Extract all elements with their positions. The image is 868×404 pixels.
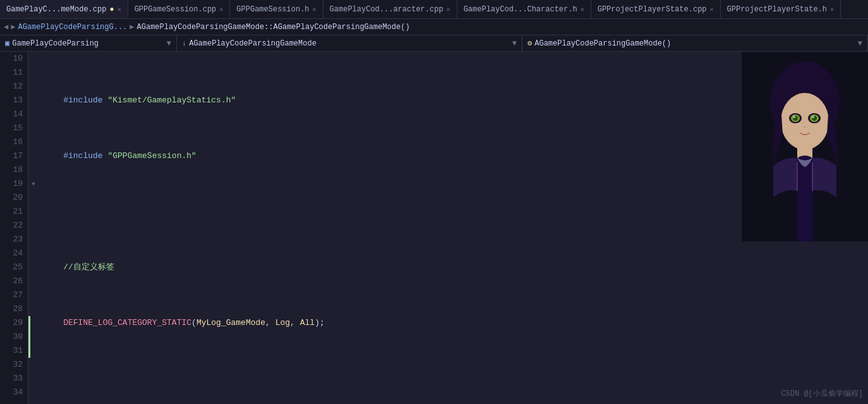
gutter-27 [28, 288, 39, 302]
svg-point-10 [812, 116, 814, 118]
tab-gameplaycpp[interactable]: GamePlayC...meMode.cpp ● ✕ [0, 0, 128, 19]
svg-point-2 [781, 93, 829, 150]
ln-34: 34 [5, 386, 23, 400]
code-line-12 [44, 205, 863, 219]
method-dropdown[interactable]: ⚙ AGamePlayCodeParsingGameMode() ▼ [522, 35, 868, 52]
tab-gameplaycharacter-h[interactable]: GamePlayCod...Character.h ✕ [457, 0, 591, 19]
tab-gpprojectplayerstate-h-close[interactable]: ✕ [830, 6, 834, 13]
ln-32: 32 [5, 358, 23, 372]
tab-gppsession-cpp[interactable]: GPPGameSession.cpp ✕ [128, 0, 231, 19]
ln-19: 19 [5, 177, 23, 191]
line-numbers: 10 11 12 13 14 15 16 17 18 19 20 21 22 2… [0, 52, 28, 404]
ln-10: 10 [5, 52, 23, 66]
method-label: AGamePlayCodeParsingGameMode() [534, 39, 671, 48]
gutter-10 [28, 52, 39, 66]
class-dropdown[interactable]: ↓ AGamePlayCodeParsingGameMode ▼ [177, 35, 522, 52]
breadcrumb-separator: ▶ [130, 22, 134, 32]
gutter-17 [28, 149, 39, 163]
tab-gppsession-h[interactable]: GPPGameSession.h ✕ [230, 0, 323, 19]
gutter-15 [28, 121, 39, 135]
ln-33: 33 [5, 372, 23, 386]
ln-22: 22 [5, 219, 23, 233]
file-icon: ▣ [5, 39, 9, 48]
gutter-24 [28, 247, 39, 260]
gutter-32 [28, 358, 39, 372]
gutter-16 [28, 135, 39, 149]
ln-30: 30 [5, 330, 23, 344]
tab-gpprojectplayerstate-cpp-label: GPProjectPlayerState.cpp [598, 5, 707, 14]
ln-17: 17 [5, 149, 23, 163]
tab-gameplaycharacter-h-close[interactable]: ✕ [581, 6, 584, 13]
gutter-12 [28, 80, 39, 94]
tab-gameplaycpp-close[interactable]: ✕ [118, 6, 121, 13]
code-line-13: //自定义标签 [44, 260, 863, 274]
gutter-33 [28, 372, 39, 386]
class-dropdown-arrow: ▼ [512, 39, 517, 48]
ln-26: 26 [5, 274, 23, 288]
tab-gameplaycharacter-cpp-close[interactable]: ✕ [447, 6, 450, 13]
tab-gpprojectplayerstate-cpp-close[interactable]: ✕ [710, 6, 714, 13]
ln-21: 21 [5, 205, 23, 219]
tab-gameplaycharacter-h-label: GamePlayCod...Character.h [464, 5, 577, 14]
gutter-34 [28, 386, 39, 400]
gutter-22 [28, 219, 39, 233]
nav-back-icon[interactable]: ◀ [4, 22, 8, 32]
scope-dropdown-arrow: ▼ [167, 39, 171, 48]
nav-forward-icon[interactable]: ▶ [11, 22, 15, 32]
tab-modified-dot: ● [109, 5, 114, 14]
ln-29: 29 [5, 316, 23, 330]
watermark-text: CSDN @[小瓜偷学编程] [781, 389, 863, 398]
gutter-23 [28, 233, 39, 247]
scope-label: GamePlayCodeParsing [12, 39, 99, 48]
gutter-25 [28, 260, 39, 274]
scope-dropdown[interactable]: ▣ GamePlayCodeParsing ▼ [0, 35, 177, 52]
code-line-15 [44, 372, 863, 386]
tab-gpprojectplayerstate-h-label: GPProjectPlayerState.h [727, 5, 827, 14]
gutter-19: ▼ [28, 177, 39, 191]
tab-gppsession-h-label: GPPGameSession.h [236, 5, 309, 14]
gutter-13 [28, 94, 39, 107]
ln-25: 25 [5, 260, 23, 274]
gutter-14 [28, 107, 39, 121]
code-line-10: #include "Kismet/GameplayStatics.h" [44, 94, 863, 107]
dropdowns-bar: ▣ GamePlayCodeParsing ▼ ↓ AGamePlayCodeP… [0, 35, 868, 52]
ln-13: 13 [5, 94, 23, 107]
code-line-14: DEFINE_LOG_CATEGORY_STATIC(MyLog_GameMod… [44, 316, 863, 330]
watermark: CSDN @[小瓜偷学编程] [781, 388, 863, 399]
code-line-11: #include "GPPGameSession.h" [44, 149, 863, 163]
ln-31: 31 [5, 344, 23, 358]
tab-bar: GamePlayC...meMode.cpp ● ✕ GPPGameSessio… [0, 0, 868, 19]
ln-24: 24 [5, 247, 23, 260]
gutter-21 [28, 205, 39, 219]
tab-gameplaycharacter-cpp-label: GamePlayCod...aracter.cpp [330, 5, 443, 14]
svg-point-9 [793, 116, 795, 118]
gutter-11 [28, 66, 39, 80]
tab-gppsession-h-close[interactable]: ✕ [313, 6, 316, 13]
breadcrumb-part1: AGamePlayCodeParsingG... [18, 23, 127, 32]
gutter-18 [28, 163, 39, 177]
method-icon: ⚙ [527, 39, 532, 48]
ln-15: 15 [5, 121, 23, 135]
tab-gpprojectplayerstate-cpp[interactable]: GPProjectPlayerState.cpp ✕ [591, 0, 721, 19]
breadcrumb-bar: ◀ ▶ AGamePlayCodeParsingG... ▶ AGamePlay… [0, 19, 868, 35]
gutter-26 [28, 274, 39, 288]
collapse-19[interactable]: ▼ [32, 181, 35, 188]
code-area: 10 11 12 13 14 15 16 17 18 19 20 21 22 2… [0, 52, 868, 404]
anime-overlay [742, 52, 868, 242]
ln-20: 20 [5, 191, 23, 205]
ln-27: 27 [5, 288, 23, 302]
tab-gpprojectplayerstate-h[interactable]: GPProjectPlayerState.h ✕ [721, 0, 841, 19]
ln-16: 16 [5, 135, 23, 149]
tab-gameplaycpp-label: GamePlayC...meMode.cpp [6, 5, 106, 14]
tab-gameplaycharacter-cpp[interactable]: GamePlayCod...aracter.cpp ✕ [323, 0, 457, 19]
ln-11: 11 [5, 66, 23, 80]
ln-14: 14 [5, 107, 23, 121]
tab-gppsession-cpp-close[interactable]: ✕ [219, 6, 223, 13]
method-dropdown-arrow: ▼ [858, 39, 862, 48]
anime-figure [742, 52, 868, 242]
change-indicator [28, 316, 30, 358]
breadcrumb-part2: AGamePlayCodeParsingGameMode::AGamePlayC… [137, 23, 410, 32]
gutter-20 [28, 191, 39, 205]
down-icon: ↓ [182, 39, 186, 48]
ln-18: 18 [5, 163, 23, 177]
